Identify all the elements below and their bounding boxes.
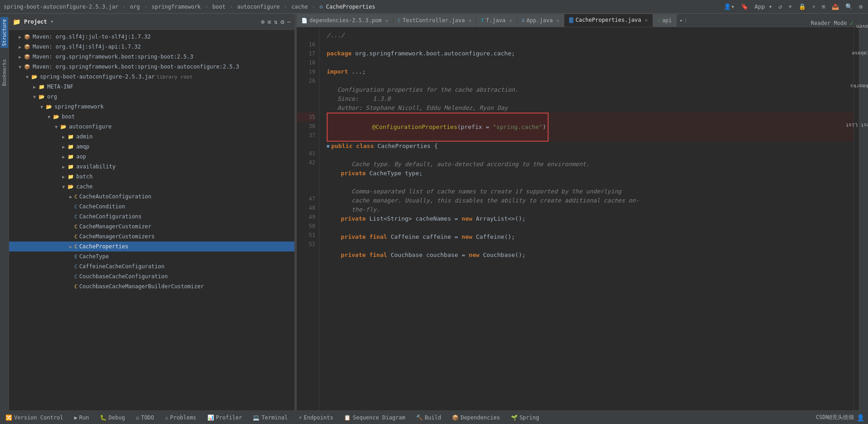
debug-icon: 🐛 — [100, 414, 107, 421]
tree-node-CacheProperties[interactable]: ▶ C CacheProperties — [9, 242, 294, 251]
tree-node-metainf[interactable]: ▶ 📁 META-INF — [9, 82, 294, 92]
refresh-icon[interactable]: ↺ — [777, 2, 784, 11]
tab-close-app[interactable]: × — [556, 18, 559, 24]
breadcrumb-boot[interactable]: boot — [212, 4, 226, 10]
breadcrumb-org[interactable]: org — [130, 4, 140, 10]
bookmark-icon[interactable]: 🔖 — [739, 2, 750, 11]
tree-node-springframework[interactable]: ▼ 📂 springframework — [9, 102, 294, 112]
tree-node-CouchbaseCacheConfiguration[interactable]: C CouchbaseCacheConfiguration — [9, 271, 294, 281]
ln-blank7 — [297, 185, 315, 194]
tab-close-cp[interactable]: × — [645, 17, 648, 23]
code-line-41: private CacheType type; — [327, 169, 853, 178]
tab-api[interactable]: ⚡ api — [653, 14, 677, 27]
share-icon[interactable]: 📤 — [830, 2, 841, 11]
sequence-diagram-btn[interactable]: 📋 Sequence Diagram — [342, 414, 407, 422]
tree-node-CaffeineCacheConfiguration[interactable]: C CaffeineCacheConfiguration — [9, 261, 294, 271]
breadcrumb-classname[interactable]: CacheProperties — [326, 4, 375, 10]
search-icon[interactable]: 🔍 — [843, 2, 854, 11]
tab-icon-cp: C — [569, 17, 574, 23]
bookmarks-side-tab[interactable]: Bookmarks — [848, 82, 868, 90]
tree-node-amqp[interactable]: ▶ 📁 amqp — [9, 142, 294, 152]
tree-node-aop[interactable]: ▶ 📁 aop — [9, 152, 294, 162]
run-btn[interactable]: ▶ Run — [72, 414, 91, 422]
tab-app[interactable]: A App.java × — [517, 14, 564, 27]
ln-blank6 — [297, 176, 315, 185]
metainf-icon: 📁 — [38, 83, 45, 90]
tab-icon-t: T — [481, 18, 484, 24]
maven-tab[interactable]: Maven — [854, 23, 868, 30]
tree-node-cache[interactable]: ▼ 📂 cache — [9, 182, 294, 192]
tree-node-jar[interactable]: ▼ 📂 spring-boot-autoconfigure-2.5.3.jar … — [9, 72, 294, 82]
breadcrumb-autoconfigure[interactable]: autoconfigure — [237, 4, 280, 10]
tree-node-CacheType[interactable]: E CacheType — [9, 251, 294, 261]
tab-more-dropdown[interactable]: ▾ ⋮ — [677, 14, 691, 27]
endpoints-btn[interactable]: ⚡ Endpoints — [297, 414, 335, 422]
lock-icon[interactable]: 🔒 — [797, 2, 808, 11]
kw-class: class — [356, 142, 378, 151]
database-tab[interactable]: Database — [850, 49, 868, 57]
list-icon[interactable]: ≡ — [820, 2, 827, 11]
tree-node-CacheManagerCustomizer[interactable]: C CacheManagerCustomizer — [9, 222, 294, 232]
collapse-icon[interactable]: ≡ — [267, 18, 271, 25]
project-dropdown[interactable]: ▾ — [51, 19, 54, 25]
tree-node-maven1[interactable]: ▶ 📦 Maven: org.slf4j:jul-to-slf4j:1.7.32 — [9, 32, 294, 42]
spring-btn[interactable]: 🌱 Spring — [509, 414, 541, 422]
problems-btn[interactable]: ⚠ Problems — [163, 414, 198, 422]
tree-node-CacheAutoConfiguration[interactable]: ▶ C CacheAutoConfiguration — [9, 192, 294, 202]
tab-close-t[interactable]: × — [509, 18, 512, 24]
build-btn[interactable]: 🔨 Build — [414, 414, 443, 422]
tab-close-tc[interactable]: × — [468, 18, 471, 24]
debug-btn[interactable]: 🐛 Debug — [98, 414, 127, 422]
tree-node-CacheCondition[interactable]: C CacheCondition — [9, 202, 294, 212]
tree-node-availability[interactable]: ▶ 📁 availability — [9, 162, 294, 172]
user-icon[interactable]: 👤▾ — [722, 2, 736, 11]
breadcrumb-springframework[interactable]: springframework — [152, 4, 201, 10]
label-CacheProperties: CacheProperties — [79, 243, 128, 250]
flash-icon[interactable]: ⚡ — [810, 2, 818, 11]
app-menu[interactable]: App ▾ — [753, 2, 774, 11]
breadcrumb-jar[interactable]: spring-boot-autoconfigure-2.5.3.jar — [4, 4, 118, 10]
project-header: 📁 Project ▾ ⊕ ≡ ⇅ ⚙ − — [9, 14, 294, 30]
sun-icon[interactable]: ☀ — [787, 2, 794, 11]
settings-tree-icon[interactable]: ⚙ — [280, 18, 284, 25]
tab-t[interactable]: T T.java × — [476, 14, 517, 27]
filter-icon[interactable]: ⇅ — [274, 18, 278, 25]
class-icon-CacheManagerCustomizers: C — [74, 234, 78, 240]
breadcrumb-cache[interactable]: cache — [291, 4, 308, 10]
version-control-btn[interactable]: 🔀 Version Control — [4, 414, 65, 422]
breadcrumb-class[interactable]: ⚙ — [319, 4, 323, 10]
tree-node-batch[interactable]: ▶ 📁 batch — [9, 172, 294, 182]
tree-node-maven4[interactable]: ▼ 📦 Maven: org.springframework.boot:spri… — [9, 62, 294, 72]
minimize-icon[interactable]: − — [287, 18, 291, 25]
tab-pom[interactable]: 📄 dependencies-2.5.3.pom × — [297, 14, 393, 27]
dependencies-btn[interactable]: 📦 Dependencies — [450, 414, 502, 422]
settings-icon[interactable]: ⚙ — [857, 2, 864, 11]
tree-node-maven2[interactable]: ▶ 📦 Maven: org.slf4j:slf4j-api:1.7.32 — [9, 42, 294, 52]
request-list-tab[interactable]: Request List — [844, 121, 868, 129]
javadoc-cn1: Comma-separated list of cache names to c… — [327, 187, 622, 196]
locate-icon[interactable]: ⊕ — [261, 18, 265, 25]
annotation-highlighted: @ConfigurationProperties(prefix = "sprin… — [327, 113, 549, 142]
tree-node-org[interactable]: ▼ 📂 org — [9, 92, 294, 102]
tree-node-admin[interactable]: ▶ 📁 admin — [9, 132, 294, 142]
tab-label-t: T.java — [486, 17, 505, 24]
tree-node-CacheManagerCustomizers[interactable]: C CacheManagerCustomizers — [9, 232, 294, 242]
tab-cacheproperties[interactable]: C CacheProperties.java × — [564, 14, 653, 27]
tree-node-boot[interactable]: ▼ 📂 boot — [9, 112, 294, 122]
terminal-btn[interactable]: 💻 Terminal — [251, 414, 289, 422]
tree-node-CacheConfigurations[interactable]: C CacheConfigurations — [9, 212, 294, 222]
javadoc-type: Cache type. By default, auto-detected ac… — [327, 160, 589, 169]
code-content[interactable]: /.../ package org.springframework.boot.a… — [319, 27, 853, 410]
tree-node-maven3[interactable]: ▶ 📦 Maven: org.springframework.boot:spri… — [9, 52, 294, 62]
tree-node-autoconfigure[interactable]: ▼ 📂 autoconfigure — [9, 122, 294, 132]
structure-tab[interactable]: Structure — [0, 17, 8, 48]
profiler-btn[interactable]: 📊 Profiler — [206, 414, 244, 422]
todo-btn[interactable]: ☑ TODO — [134, 414, 156, 422]
reader-mode-label[interactable]: Reader Mode — [811, 20, 847, 26]
maven-icon-3: 📦 — [24, 53, 31, 60]
ln-42: 42 — [297, 158, 315, 167]
bookmarks-tab[interactable]: Bookmarks — [0, 57, 8, 88]
tree-node-CouchbaseCacheManagerBuilderCustomizer[interactable]: C CouchbaseCacheManagerBuilderCustomizer — [9, 281, 294, 291]
tab-testcontroller[interactable]: C TestController.java × — [393, 14, 477, 27]
tab-close-pom[interactable]: × — [385, 18, 388, 24]
